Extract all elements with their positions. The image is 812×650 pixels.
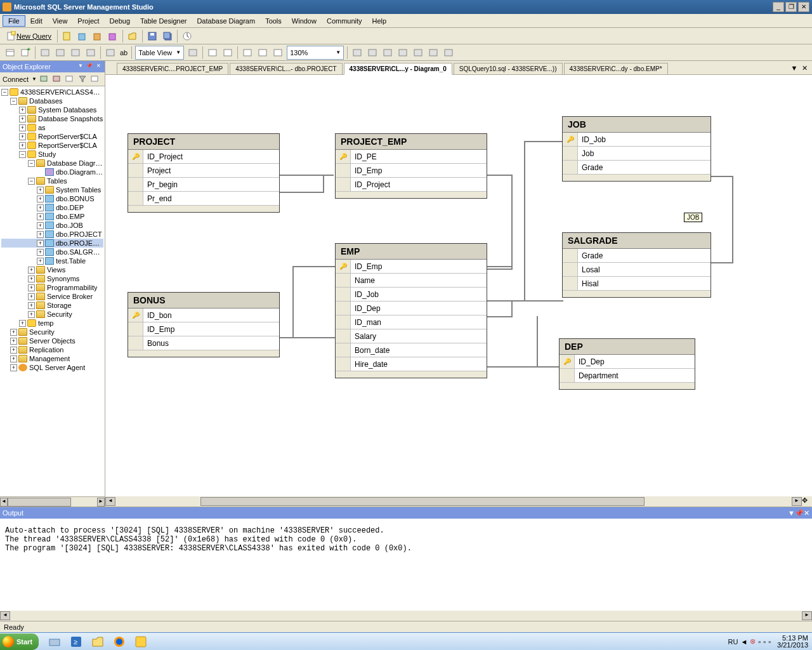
tbtn-6[interactable] xyxy=(186,46,200,60)
tree-dep[interactable]: +dbo.DEP xyxy=(1,203,103,212)
table-column-row[interactable]: 🔑ID_Project xyxy=(128,150,279,164)
tab-close-icon[interactable]: ✕ xyxy=(799,64,809,74)
menu-debug[interactable]: Debug xyxy=(105,16,135,26)
tree-sbroker[interactable]: +Service Broker xyxy=(1,292,103,301)
table-column-row[interactable]: 🔑ID_Emp xyxy=(336,260,487,274)
tbtn-8[interactable] xyxy=(221,46,235,60)
tab-list-icon[interactable]: ▼ xyxy=(789,64,799,74)
tree-prog[interactable]: +Programmability xyxy=(1,283,103,292)
menu-community[interactable]: Community xyxy=(322,16,367,26)
table-column-row[interactable]: Hire_date xyxy=(336,357,487,371)
tab-2[interactable]: 4338SERVER\CL...y - Diagram_0 xyxy=(344,63,452,75)
new-icon3[interactable] xyxy=(106,29,120,43)
tree-as[interactable]: +as xyxy=(1,123,103,132)
menu-tools[interactable]: Tools xyxy=(260,16,287,26)
table-column-row[interactable]: Losal xyxy=(563,263,710,277)
diagram-hscrollbar[interactable]: ◄ ► xyxy=(105,496,802,507)
minimize-button[interactable]: _ xyxy=(773,2,784,12)
tree-tables[interactable]: −Tables xyxy=(1,176,103,185)
menu-edit[interactable]: Edit xyxy=(25,16,48,26)
oe-btn3[interactable] xyxy=(65,72,76,86)
output-dropdown-icon[interactable]: ▼ xyxy=(788,509,795,517)
tray-icon-2[interactable]: ⊗ xyxy=(750,637,756,646)
tree-temp[interactable]: +temp xyxy=(1,319,103,328)
table-dep[interactable]: DEP 🔑ID_DepDepartment xyxy=(559,338,695,390)
new-query-button[interactable]: New Query xyxy=(3,29,55,43)
zoom-dropdown[interactable]: 130%▼ xyxy=(287,46,344,60)
tbtn-18[interactable] xyxy=(442,46,455,60)
oe-dropdown-icon[interactable]: ▼ xyxy=(77,63,84,70)
tree-dbodiag[interactable]: dbo.Diagram_0 xyxy=(1,168,103,176)
taskbar-item-1[interactable] xyxy=(45,634,64,649)
tray-icon-3[interactable]: ▫ xyxy=(758,638,761,646)
tree-study[interactable]: −Study xyxy=(1,150,103,159)
connect-button[interactable]: Connect xyxy=(3,76,29,83)
oe-btn5[interactable] xyxy=(90,72,102,86)
tree-serverobj[interactable]: +Server Objects xyxy=(1,336,103,345)
tree-sqlagent[interactable]: +SQL Server Agent xyxy=(1,363,103,372)
table-column-row[interactable]: 🔑ID_Dep xyxy=(560,355,695,369)
table-column-row[interactable]: ID_Dep xyxy=(336,302,487,315)
tree-security2[interactable]: +Security xyxy=(1,328,103,336)
table-projectemp[interactable]: PROJECT_EMP 🔑ID_PEID_EmpID_Project xyxy=(335,133,487,199)
tree-views[interactable]: +Views xyxy=(1,265,103,274)
start-button[interactable]: Start xyxy=(0,633,39,650)
new-icon2[interactable] xyxy=(91,29,105,43)
activity-icon[interactable] xyxy=(180,29,194,43)
oe-tree[interactable]: −4338SERVER\CLASS4338 −Databases +System… xyxy=(0,86,105,496)
tree-synonyms[interactable]: +Synonyms xyxy=(1,274,103,283)
tbtn-3[interactable] xyxy=(69,46,82,60)
table-column-row[interactable]: ID_Job xyxy=(336,288,487,302)
table-column-row[interactable]: Salary xyxy=(336,329,487,343)
tray-icon-1[interactable]: ◄ xyxy=(740,638,747,646)
menu-table-designer[interactable]: Table Designer xyxy=(135,16,192,26)
oe-pin-icon[interactable]: 📌 xyxy=(86,63,93,70)
oe-close-icon[interactable]: ✕ xyxy=(95,63,102,70)
oe-btn2[interactable] xyxy=(52,72,63,86)
table-column-row[interactable]: 🔑ID_bon xyxy=(128,308,279,322)
menu-database-diagram[interactable]: Database Diagram xyxy=(192,16,260,26)
table-column-row[interactable]: Job xyxy=(563,147,710,161)
taskbar-firefox-icon[interactable] xyxy=(110,634,129,649)
taskbar-item-3[interactable] xyxy=(88,634,107,649)
tbtn-14[interactable] xyxy=(381,46,395,60)
tree-projemp[interactable]: +dbo.PROJECT_EMP xyxy=(1,239,103,248)
tab-0[interactable]: 4338SERVER\C....PROJECT_EMP xyxy=(117,63,228,74)
taskbar-ssms-icon[interactable] xyxy=(131,634,150,649)
table-project[interactable]: PROJECT 🔑ID_ProjectProjectPr_beginPr_end xyxy=(128,133,280,213)
tbtn-17[interactable] xyxy=(426,46,440,60)
close-button[interactable]: ✕ xyxy=(798,2,809,12)
table-column-row[interactable]: 🔑ID_Job xyxy=(563,133,710,147)
tree-server[interactable]: −4338SERVER\CLASS4338 xyxy=(1,88,103,96)
tree-databases[interactable]: −Databases xyxy=(1,96,103,105)
table-bonus[interactable]: BONUS 🔑ID_bonID_EmpBonus xyxy=(128,292,280,357)
tbtn-5[interactable] xyxy=(103,46,117,60)
tbtn-13[interactable] xyxy=(365,46,379,60)
tray-icon-4[interactable]: ▫ xyxy=(763,638,766,646)
tbtn-1[interactable] xyxy=(38,46,52,60)
taskbar-clock[interactable]: 5:13 PM 3/21/2013 xyxy=(773,635,808,649)
tab-3[interactable]: SQLQuery10.sql - 4338SERVE...)) xyxy=(454,63,563,74)
table-view-dropdown[interactable]: Table View▼ xyxy=(135,46,184,60)
table-column-row[interactable]: Pr_end xyxy=(128,192,279,206)
oe-btn1[interactable] xyxy=(39,72,51,86)
tbtn-9[interactable] xyxy=(240,46,254,60)
open-icon[interactable] xyxy=(126,29,140,43)
table-column-row[interactable]: Name xyxy=(336,274,487,288)
tree-emp[interactable]: +dbo.EMP xyxy=(1,212,103,221)
oe-scrollbar[interactable]: ◄ ► xyxy=(0,496,105,507)
save-all-icon[interactable] xyxy=(160,29,174,43)
tbtn-4[interactable] xyxy=(84,46,98,60)
table-column-row[interactable]: ID_man xyxy=(336,315,487,329)
diagram-canvas[interactable]: PROJECT 🔑ID_ProjectProjectPr_beginPr_end… xyxy=(105,75,812,507)
table-column-row[interactable]: Pr_begin xyxy=(128,178,279,192)
tray-icon-5[interactable]: ▫ xyxy=(768,638,771,646)
table-job[interactable]: JOB 🔑ID_JobJobGrade xyxy=(562,116,711,182)
tree-rs2[interactable]: +ReportServer$CLA xyxy=(1,141,103,150)
tree-replication[interactable]: +Replication xyxy=(1,345,103,354)
table-column-row[interactable]: Grade xyxy=(563,249,710,263)
output-close-icon[interactable]: ✕ xyxy=(804,509,809,517)
output-scrollbar[interactable]: ◄ ► xyxy=(0,611,812,621)
tree-dbsnap[interactable]: +Database Snapshots xyxy=(1,114,103,123)
tree-salgrade[interactable]: +dbo.SALGRADE xyxy=(1,248,103,256)
